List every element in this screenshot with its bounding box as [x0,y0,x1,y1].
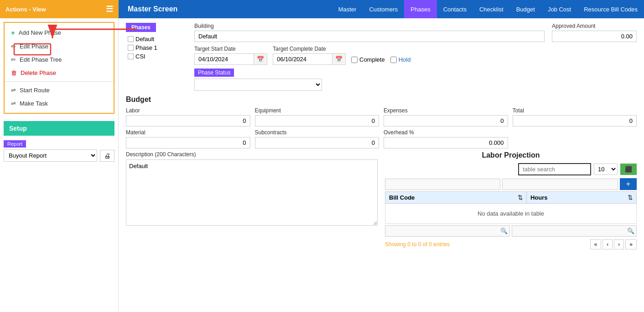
nav-tab-checklist[interactable]: Checklist [473,0,510,18]
start-route-button[interactable]: ⇌ Start Route [5,84,114,97]
phase-checkbox-phase1[interactable] [128,45,134,51]
equipment-label: Equipment [255,107,379,114]
make-task-label: Make Task [20,100,48,107]
target-start-calendar-btn[interactable]: 📅 [254,53,267,65]
hours-header: Hours ⇅ [526,192,636,204]
nav-tab-contacts[interactable]: Contacts [437,0,473,18]
labor-input[interactable] [126,115,250,127]
phase-checkbox-default[interactable] [128,36,134,42]
phase-item-phase1[interactable]: Phase 1 [126,43,185,52]
report-label-badge: Report [4,140,26,148]
labor-label: Labor [126,107,250,114]
overhead-label: Overhead % [384,129,508,136]
phase-item-default[interactable]: Default [126,35,185,43]
edit-phase-label: Edit Phase [20,43,48,50]
edit-phase-tree-button[interactable]: ✏ Edit Phase Tree [5,53,114,66]
add-new-phase-label: Add New Phase [19,29,61,36]
sidebar: + Add New Phase ✏ Edit Phase ✏ Edit Phas… [0,18,119,312]
report-row: Buyout Report 🖨 [4,149,114,162]
bill-code-footer-search-icon: 🔍 [500,227,508,234]
phase-label-default: Default [135,36,154,42]
phase-item-csi[interactable]: CSI [126,52,185,61]
phase-status-select[interactable] [194,79,322,91]
top-header: Actions - View ☰ Master Screen Master Cu… [0,0,644,18]
complete-checkbox[interactable] [351,57,358,63]
delete-phase-button[interactable]: 🗑 Delete Phase [5,66,114,79]
target-start-label: Target Start Date [194,46,267,52]
add-icon: + [11,29,15,37]
no-data-text: No data available in table [385,204,637,224]
bill-code-sort-icon[interactable]: ⇅ [518,194,523,201]
expenses-label: Expenses [384,107,508,114]
pencil-icon-1: ✏ [11,43,16,50]
nav-tab-job-cost[interactable]: Job Cost [541,0,577,18]
hamburger-icon[interactable]: ☰ [106,4,113,14]
approved-amount-label: Approved Amount [552,23,637,29]
prev-page-button[interactable]: ‹ [602,239,613,249]
actions-view-label: Actions - View [5,6,46,13]
hours-filter[interactable] [502,179,618,190]
delete-phase-label: Delete Phase [21,69,56,76]
target-complete-calendar-btn[interactable]: 📅 [332,53,346,65]
target-start-input[interactable] [194,53,254,65]
nav-tab-customers[interactable]: Customers [363,0,404,18]
pagination: « ‹ › » [590,239,637,249]
add-new-phase-button[interactable]: + Add New Phase [5,26,114,40]
phase-tree: Phases Default Phase 1 CSI [126,23,185,91]
bill-code-filter[interactable] [385,179,500,190]
pencil-icon-2: ✏ [11,56,16,63]
nav-tab-resource-bill-codes[interactable]: Resource Bill Codes [577,0,644,18]
overhead-input[interactable] [384,137,508,148]
export-button[interactable]: ⬛ [620,164,637,175]
subcontracts-label: Subcontracts [255,129,379,136]
expenses-input[interactable] [384,115,508,127]
actions-view-menu[interactable]: Actions - View ☰ [0,0,119,18]
hours-footer-search-icon: 🔍 [627,227,634,234]
bill-code-header: Bill Code ⇅ [385,192,527,204]
nav-tab-budget[interactable]: Budget [510,0,541,18]
print-button[interactable]: 🖨 [100,150,114,162]
labor-projection: Labor Projection 10 25 50 100 ⬛ [385,151,637,249]
nav-tab-phases[interactable]: Phases [404,0,436,18]
equipment-input[interactable] [255,115,379,127]
first-page-button[interactable]: « [590,239,602,249]
table-search-input[interactable] [518,163,591,175]
showing-text: Showing 0 to 0 of 0 entries [385,241,450,248]
nav-tabs: Master Customers Phases Contacts Checkli… [332,0,644,18]
hours-sort-icon[interactable]: ⇅ [628,194,633,201]
phase-checkbox-csi[interactable] [128,53,134,59]
phases-panel: Phases Default Phase 1 CSI [126,23,637,91]
report-select[interactable]: Buyout Report [4,149,97,162]
description-section: Description (200 Characters) Default [126,151,378,249]
phase-label-csi: CSI [135,53,145,60]
total-input[interactable] [513,115,637,127]
complete-label: Complete [359,56,385,63]
next-page-button[interactable]: › [614,239,624,249]
actions-section: + Add New Phase ✏ Edit Phase ✏ Edit Phas… [4,22,114,114]
labor-projection-title: Labor Projection [385,151,637,159]
phase-label-phase1: Phase 1 [135,44,157,51]
hold-checkbox[interactable] [390,57,397,63]
building-label: Building [194,23,545,29]
edit-phase-tree-label: Edit Phase Tree [20,56,62,63]
material-label: Material [126,129,250,136]
subcontracts-input[interactable] [255,137,379,148]
hold-label: Hold [399,56,411,63]
page-size-select[interactable]: 10 25 50 100 [594,164,618,175]
approved-amount-input[interactable] [552,31,637,42]
material-input[interactable] [126,137,250,148]
total-label: Total [513,107,637,114]
target-complete-input[interactable] [273,53,332,65]
edit-phase-button[interactable]: ✏ Edit Phase [5,40,114,53]
building-input[interactable] [194,31,545,42]
last-page-button[interactable]: » [625,239,637,249]
nav-tab-master[interactable]: Master [332,0,363,18]
no-data-row: No data available in table [385,204,637,224]
budget-section: Budget Labor Equipment Expenses Total [126,95,637,148]
description-textarea[interactable]: Default [126,159,378,226]
make-task-button[interactable]: ⇌ Make Task [5,97,114,110]
route-icon-1: ⇌ [11,87,16,94]
main-content: Phases Default Phase 1 CSI [119,18,644,312]
setup-section: Setup Report Buyout Report 🖨 [4,121,114,162]
add-labor-row-button[interactable]: + [620,178,637,190]
